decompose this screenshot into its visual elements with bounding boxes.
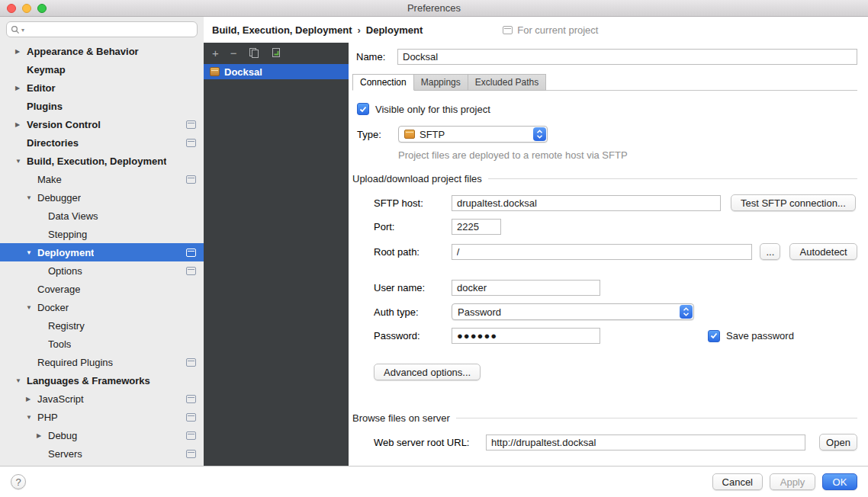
tab-strip: Connection Mappings Excluded Paths <box>352 74 857 91</box>
sidebar-item-plugins[interactable]: Plugins <box>0 97 204 115</box>
deployment-settings-panel: Name: Connection Mappings Excluded Paths… <box>349 43 868 466</box>
sidebar-item-label: Data Views <box>48 210 98 222</box>
project-config-icon <box>186 431 196 440</box>
project-config-icon <box>186 267 196 275</box>
user-name-input[interactable] <box>452 280 600 296</box>
chevron-down-icon[interactable]: ▾ <box>21 27 24 34</box>
advanced-options-button[interactable]: Advanced options... <box>374 364 481 380</box>
select-stepper-icon[interactable] <box>533 127 546 141</box>
sidebar-item-languages-frameworks[interactable]: ▼Languages & Frameworks <box>0 371 204 390</box>
sidebar-item-options[interactable]: Options <box>0 261 204 280</box>
chevron-right-icon[interactable]: ▶ <box>15 85 27 91</box>
sidebar-item-label: Tools <box>48 338 71 350</box>
paste-icon[interactable] <box>271 47 281 58</box>
web-root-input[interactable] <box>486 434 805 451</box>
test-sftp-connection-button[interactable]: Test SFTP connection... <box>731 194 856 211</box>
chevron-right-icon[interactable]: ▶ <box>26 396 37 402</box>
sidebar-item-debugger[interactable]: ▼Debugger <box>0 188 204 207</box>
visible-only-checkbox[interactable] <box>357 103 369 115</box>
settings-search-box[interactable]: ▾ <box>6 21 198 37</box>
sidebar-item-label: Plugins <box>27 101 63 112</box>
save-password-checkbox[interactable] <box>708 330 720 342</box>
select-stepper-icon[interactable] <box>680 305 693 319</box>
breadcrumb-parent[interactable]: Build, Execution, Deployment <box>212 24 352 36</box>
name-input[interactable] <box>397 49 857 65</box>
settings-sidebar: ▾ ▶Appearance & BehaviorKeymap▶EditorPlu… <box>0 17 204 466</box>
open-button[interactable]: Open <box>819 434 857 451</box>
sidebar-item-appearance-behavior[interactable]: ▶Appearance & Behavior <box>0 42 204 60</box>
project-config-icon <box>186 413 196 422</box>
traffic-lights <box>7 4 47 13</box>
name-label: Name: <box>356 51 397 63</box>
settings-search-input[interactable] <box>26 24 193 35</box>
sidebar-item-build-execution-deployment[interactable]: ▼Build, Execution, Deployment <box>0 152 204 170</box>
sidebar-item-data-views[interactable]: Data Views <box>0 207 204 225</box>
breadcrumb-separator: › <box>357 24 360 36</box>
sidebar-item-stepping[interactable]: Stepping <box>0 225 204 243</box>
root-path-input[interactable] <box>452 244 753 260</box>
sidebar-item-label: Required Plugins <box>37 357 113 368</box>
chevron-down-icon[interactable]: ▼ <box>15 377 27 384</box>
tab-connection[interactable]: Connection <box>352 74 414 91</box>
section-divider <box>488 178 857 179</box>
project-config-icon <box>186 175 196 184</box>
cancel-button[interactable]: Cancel <box>712 473 763 490</box>
sidebar-item-servers[interactable]: Servers <box>0 444 204 463</box>
port-input[interactable] <box>452 219 501 235</box>
chevron-down-icon[interactable]: ▼ <box>26 194 37 201</box>
zoom-icon[interactable] <box>37 4 47 13</box>
sftp-host-input[interactable] <box>452 195 721 211</box>
sidebar-item-label: Stepping <box>48 229 87 240</box>
sidebar-item-registry[interactable]: Registry <box>0 316 204 335</box>
sidebar-item-deployment[interactable]: ▼Deployment <box>0 243 204 261</box>
password-input[interactable] <box>452 328 600 344</box>
settings-tree: ▶Appearance & BehaviorKeymap▶EditorPlugi… <box>0 41 204 466</box>
sftp-icon <box>404 130 415 139</box>
chevron-down-icon[interactable]: ▼ <box>26 304 37 311</box>
sidebar-item-keymap[interactable]: Keymap <box>0 60 204 79</box>
sidebar-item-directories[interactable]: Directories <box>0 133 204 152</box>
sidebar-item-editor[interactable]: ▶Editor <box>0 79 204 97</box>
remove-icon[interactable]: − <box>230 47 237 59</box>
project-config-icon <box>503 26 513 34</box>
scope-label: For current project <box>517 24 598 36</box>
sidebar-item-docker[interactable]: ▼Docker <box>0 298 204 316</box>
chevron-down-icon[interactable]: ▼ <box>15 158 27 165</box>
minimize-icon[interactable] <box>22 4 31 13</box>
copy-icon[interactable] <box>249 47 259 58</box>
sidebar-item-coverage[interactable]: Coverage <box>0 280 204 298</box>
auth-type-select-value: Password <box>458 306 501 318</box>
close-icon[interactable] <box>7 4 16 13</box>
auth-type-select[interactable]: Password <box>452 303 694 320</box>
chevron-down-icon[interactable]: ▼ <box>26 249 37 256</box>
chevron-right-icon[interactable]: ▶ <box>37 432 48 439</box>
apply-button[interactable]: Apply <box>770 473 815 490</box>
chevron-right-icon[interactable]: ▶ <box>15 121 27 128</box>
dialog-footer: ? Cancel Apply OK <box>0 466 868 497</box>
help-button[interactable]: ? <box>11 474 26 489</box>
browse-root-path-button[interactable]: ... <box>760 243 780 260</box>
sidebar-item-label: Coverage <box>37 284 80 295</box>
ok-button[interactable]: OK <box>822 473 857 490</box>
chevron-down-icon[interactable]: ▼ <box>26 414 37 421</box>
browse-section-title: Browse files on server <box>352 412 450 424</box>
add-icon[interactable]: + <box>212 47 219 59</box>
sidebar-item-make[interactable]: Make <box>0 170 204 188</box>
web-root-label: Web server root URL: <box>374 437 486 448</box>
server-item-docksal[interactable]: Docksal <box>204 64 349 79</box>
deployment-server-icon <box>210 67 220 76</box>
tab-mappings[interactable]: Mappings <box>414 74 468 91</box>
tab-excluded-paths[interactable]: Excluded Paths <box>468 74 546 91</box>
sidebar-item-required-plugins[interactable]: Required Plugins <box>0 353 204 371</box>
sidebar-item-tools[interactable]: Tools <box>0 335 204 353</box>
browse-section-header: Browse files on server <box>352 412 857 424</box>
autodetect-button[interactable]: Autodetect <box>789 243 857 260</box>
root-path-label: Root path: <box>374 246 452 258</box>
sidebar-item-javascript[interactable]: ▶JavaScript <box>0 390 204 408</box>
sidebar-item-label: Appearance & Behavior <box>27 46 139 57</box>
sidebar-item-version-control[interactable]: ▶Version Control <box>0 115 204 133</box>
sidebar-item-debug[interactable]: ▶Debug <box>0 426 204 444</box>
type-select[interactable]: SFTP <box>398 126 548 143</box>
sidebar-item-php[interactable]: ▼PHP <box>0 408 204 426</box>
chevron-right-icon[interactable]: ▶ <box>15 48 27 55</box>
